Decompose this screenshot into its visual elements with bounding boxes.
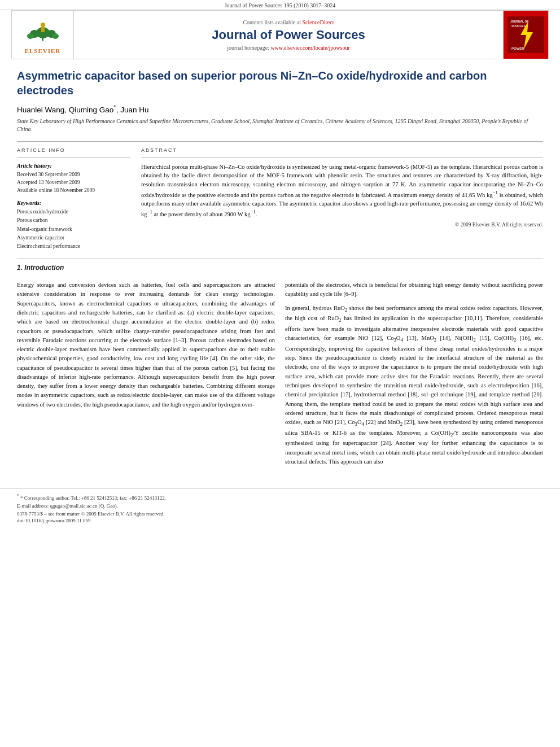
power-sources-logo: POWER JOURNAL OF SOURCES [508,16,544,53]
authors-line: Huanlei Wang, Qiuming Gao*, Juan Hu [17,103,543,114]
issn-line: 0378-7753/$ – see front matter © 2009 El… [17,511,543,517]
svg-point-5 [52,33,59,39]
article-info-label: ARTICLE INFO [17,147,130,153]
divider-2 [17,259,543,259]
body-left-column: Energy storage and conversion devices su… [17,281,275,471]
footnote-email-line: E-mail address: qgugao@mail.sic.ac.cn (Q… [17,503,543,510]
journal-homepage-line: journal homepage: www.elsevier.com/locat… [227,45,350,51]
doi-line: doi:10.1016/j.jpowsour.2009.11.059 [17,518,543,523]
footnote-email-text: E-mail address: qgugao@mail.sic.ac.cn (Q… [17,503,118,509]
svg-text:JOURNAL OF: JOURNAL OF [510,20,528,23]
footnote-star-icon: * [17,493,19,499]
article-footer: * * Corresponding author. Tel.: +86 21 5… [0,488,560,523]
abstract-column: ABSTRACT Hierarchical porous multi-phase… [141,147,543,251]
homepage-link[interactable]: www.elsevier.com/locate/jpowsour [270,45,349,51]
svg-rect-7 [41,27,45,32]
section1-title: 1. Introduction [17,264,543,272]
divider-1 [17,141,543,142]
article-info-abstract-area: ARTICLE INFO Article history: Received 3… [17,147,543,251]
article-history-label: Article history: [17,163,130,169]
keyword-3: Metal-organic framework [17,225,130,234]
elsevier-wordmark: ELSEVIER [25,47,61,54]
article-content: Asymmetric capacitor based on superior p… [0,59,560,482]
keyword-5: Electrochemical performance [17,242,130,251]
svg-text:SOURCES: SOURCES [511,24,526,28]
body-para-1: Energy storage and conversion devices su… [17,281,275,409]
divider-abstract [141,158,543,158]
corresponding-star: * [113,103,116,110]
affiliation-line: State Key Laboratory of High Performance… [17,117,543,133]
article-title: Asymmetric capacitor based on superior p… [17,68,543,98]
accepted-date: Accepted 13 November 2009 [17,178,130,186]
doi-text: doi:10.1016/j.jpowsour.2009.11.059 [17,518,90,523]
abstract-label: ABSTRACT [141,147,543,153]
abstract-text: Hierarchical porous multi-phase Ni–Zn–Co… [141,163,543,219]
keyword-1: Porous oxide/hydroxide [17,208,130,216]
journal-center-area: Contents lists available at ScienceDirec… [74,11,503,59]
contents-text: Contents lists available at [243,19,300,25]
elsevier-tree-icon [23,20,63,42]
journal-logo-area: POWER JOURNAL OF SOURCES [503,11,548,59]
body-right-column: potentials of the electrodes, which is b… [285,281,543,471]
journal-title: Journal of Power Sources [212,28,365,42]
elsevier-logo [18,15,68,46]
keyword-2: Porous carbon [17,216,130,225]
received-date: Received 30 September 2009 [17,171,130,178]
body-para-2: potentials of the electrodes, which is b… [285,281,543,299]
elsevier-logo-area: ELSEVIER [12,11,74,59]
divider-article-info [17,158,130,158]
issn-text: 0378-7753/$ – see front matter © 2009 El… [17,511,165,517]
keyword-4: Asymmetric capacitor [17,234,130,242]
journal-logo-icon: POWER JOURNAL OF SOURCES [509,18,543,52]
svg-point-6 [41,23,45,27]
available-online-date: Available online 18 November 2009 [17,186,130,194]
citation-text: Journal of Power Sources 195 (2010) 3017… [225,2,336,8]
footnote-tel: * Corresponding author. Tel.: +86 21 524… [20,495,166,501]
article-info-column: ARTICLE INFO Article history: Received 3… [17,147,130,251]
journal-citation-line: Journal of Power Sources 195 (2010) 3017… [0,0,560,10]
homepage-prefix: journal homepage: [227,45,270,51]
sciencedirect-link[interactable]: ScienceDirect [302,19,334,25]
svg-point-4 [27,33,34,39]
contents-available-line: Contents lists available at ScienceDirec… [243,19,334,25]
copyright-line: © 2009 Elsevier B.V. All rights reserved… [141,222,543,228]
journal-header: ELSEVIER Contents lists available at Sci… [11,10,549,59]
page-wrapper: Journal of Power Sources 195 (2010) 3017… [0,0,560,747]
svg-text:POWER: POWER [511,47,524,50]
keywords-label: Keywords: [17,200,130,206]
authors-text: Huanlei Wang, Qiuming Gao*, Juan Hu [17,106,149,114]
body-two-columns: Energy storage and conversion devices su… [17,281,543,471]
footnote-corresponding: * * Corresponding author. Tel.: +86 21 5… [17,493,543,503]
body-para-3: In general, hydrous RuO2 shows the best … [285,304,543,466]
